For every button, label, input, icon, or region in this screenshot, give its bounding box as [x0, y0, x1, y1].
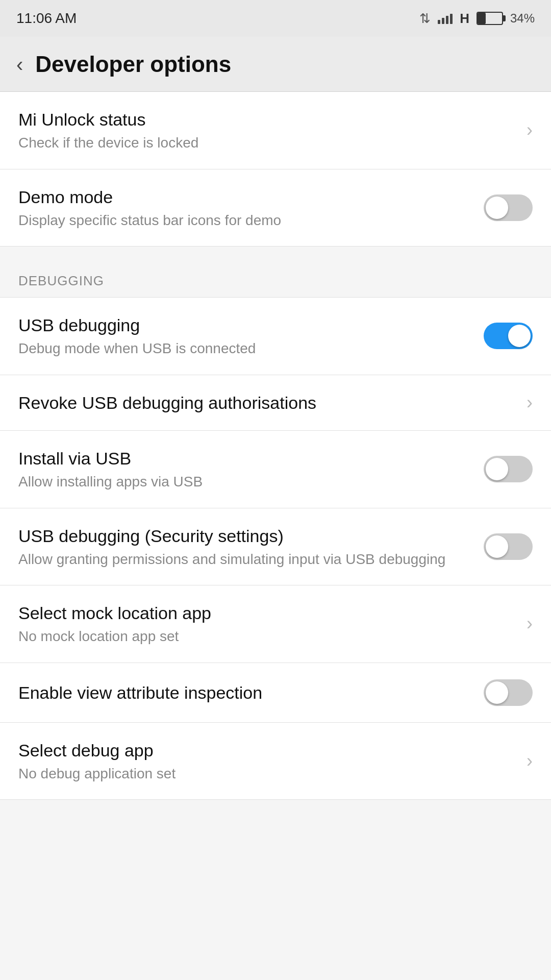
header: ‹ Developer options	[0, 37, 551, 92]
setting-title-usb-security: USB debugging (Security settings)	[18, 525, 471, 547]
toggle-knob-view-attribute	[486, 681, 508, 704]
setting-item-demo-mode[interactable]: Demo mode Display specific status bar ic…	[0, 169, 551, 247]
setting-desc-debug-app: No debug application set	[18, 765, 514, 783]
toggle-usb-debugging[interactable]	[484, 323, 533, 349]
battery-icon	[477, 12, 503, 25]
chevron-icon-mock-location: ›	[527, 613, 533, 634]
toggle-install-via-usb[interactable]	[484, 456, 533, 482]
chevron-icon-mi-unlock: ›	[527, 119, 533, 141]
setting-title-debug-app: Select debug app	[18, 739, 514, 762]
chevron-icon-debug-app: ›	[527, 750, 533, 772]
setting-title-mock-location: Select mock location app	[18, 602, 514, 624]
page-title: Developer options	[35, 52, 231, 77]
setting-desc-install-via-usb: Allow installing apps via USB	[18, 473, 471, 491]
toggle-knob-demo-mode	[486, 197, 508, 219]
toggle-view-attribute[interactable]	[484, 679, 533, 706]
debugging-section-header: DEBUGGING	[0, 257, 551, 298]
settings-list: Mi Unlock status Check if the device is …	[0, 92, 551, 800]
status-bar: 11:06 AM ⇅ H 34%	[0, 0, 551, 37]
setting-desc-usb-security: Allow granting permissions and simulatin…	[18, 550, 471, 569]
battery-percent: 34%	[510, 11, 535, 26]
setting-title-usb-debugging: USB debugging	[18, 314, 471, 336]
setting-desc-mock-location: No mock location app set	[18, 627, 514, 646]
setting-title-demo-mode: Demo mode	[18, 186, 471, 208]
setting-desc-mi-unlock-status: Check if the device is locked	[18, 134, 514, 152]
setting-title-mi-unlock-status: Mi Unlock status	[18, 108, 514, 131]
toggle-knob-usb-security	[486, 535, 508, 558]
chevron-icon-revoke-usb: ›	[527, 392, 533, 413]
setting-item-usb-debugging[interactable]: USB debugging Debug mode when USB is con…	[0, 298, 551, 375]
setting-item-mock-location[interactable]: Select mock location app No mock locatio…	[0, 585, 551, 663]
setting-title-revoke-usb: Revoke USB debugging authorisations	[18, 391, 514, 414]
setting-item-debug-app[interactable]: Select debug app No debug application se…	[0, 723, 551, 800]
setting-item-install-via-usb[interactable]: Install via USB Allow installing apps vi…	[0, 431, 551, 508]
setting-desc-demo-mode: Display specific status bar icons for de…	[18, 211, 471, 230]
toggle-usb-security[interactable]	[484, 533, 533, 560]
setting-item-view-attribute[interactable]: Enable view attribute inspection	[0, 663, 551, 723]
setting-item-mi-unlock-status[interactable]: Mi Unlock status Check if the device is …	[0, 92, 551, 169]
debugging-label: DEBUGGING	[18, 273, 104, 288]
status-icons: ⇅ H 34%	[419, 11, 535, 27]
setting-item-revoke-usb[interactable]: Revoke USB debugging authorisations ›	[0, 375, 551, 431]
sort-icon: ⇅	[419, 11, 431, 27]
toggle-knob-usb-debugging	[508, 325, 531, 347]
back-button[interactable]: ‹	[16, 54, 23, 75]
signal-bars-icon	[438, 13, 453, 24]
setting-title-view-attribute: Enable view attribute inspection	[18, 681, 471, 704]
section-divider	[0, 247, 551, 257]
toggle-demo-mode[interactable]	[484, 194, 533, 221]
setting-title-install-via-usb: Install via USB	[18, 447, 471, 470]
setting-item-usb-debugging-security[interactable]: USB debugging (Security settings) Allow …	[0, 508, 551, 586]
network-type-icon: H	[460, 11, 469, 27]
status-time: 11:06 AM	[16, 10, 77, 27]
toggle-knob-install-via-usb	[486, 458, 508, 480]
setting-desc-usb-debugging: Debug mode when USB is connected	[18, 339, 471, 358]
